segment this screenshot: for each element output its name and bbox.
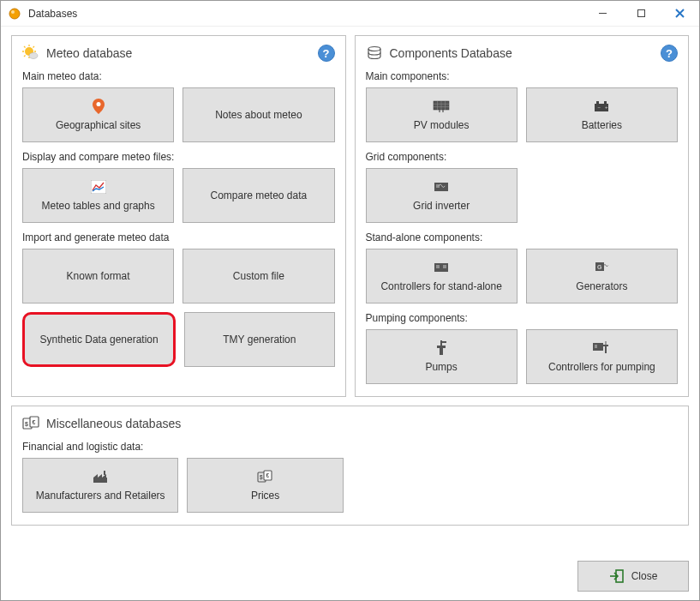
svg-line-13 [24, 56, 26, 57]
misc-panel: $ € Miscellaneous databases Financial an… [11, 406, 689, 526]
button-label: Generators [576, 280, 627, 292]
svg-point-18 [368, 47, 380, 51]
window-title: Databases [28, 8, 77, 20]
button-label: Compare meteo data [211, 189, 308, 201]
meteo-panel: Meteo database ? Main meteo data: Geogra… [11, 35, 346, 397]
price-tag-icon: $ € [257, 469, 274, 484]
svg-rect-44 [440, 340, 442, 346]
battery-icon: −+ [593, 99, 610, 114]
manufacturers-retailers-button[interactable]: Manufacturers and Retailers [22, 458, 178, 513]
help-icon[interactable]: ? [318, 45, 335, 62]
button-label: Notes about meteo [215, 109, 302, 121]
button-label: TMY generation [223, 334, 296, 346]
close-button[interactable]: Close [577, 561, 689, 592]
notes-about-meteo-button[interactable]: Notes about meteo [182, 87, 334, 142]
app-icon [8, 7, 21, 21]
svg-rect-43 [437, 346, 446, 348]
grid-inverter-button[interactable]: Grid inverter [366, 168, 518, 223]
svg-rect-3 [638, 10, 645, 17]
pump-controller-icon [592, 340, 611, 356]
button-label: Batteries [582, 119, 622, 131]
titlebar-controls [583, 1, 699, 26]
close-window-button[interactable] [661, 1, 699, 26]
tmy-generation-button[interactable]: TMY generation [184, 312, 334, 367]
button-label: Known format [67, 270, 130, 282]
section-label: Pumping components: [366, 312, 679, 324]
button-label: Custom file [233, 270, 284, 282]
inverter-icon [433, 179, 450, 195]
pv-modules-button[interactable]: PV modules [366, 87, 518, 142]
svg-point-16 [96, 102, 100, 106]
svg-rect-56 [93, 478, 107, 483]
meteo-panel-title: Meteo database [46, 46, 132, 60]
svg-rect-42 [440, 348, 443, 355]
svg-point-0 [9, 9, 20, 19]
section-label: Grid components: [366, 151, 679, 163]
compare-meteo-data-button[interactable]: Compare meteo data [182, 168, 334, 223]
svg-line-14 [33, 46, 35, 48]
batteries-button[interactable]: −+ Batteries [526, 87, 678, 142]
sun-weather-icon [22, 45, 39, 62]
controller-icon [433, 260, 450, 275]
prices-button[interactable]: $ € Prices [187, 458, 343, 513]
section-label: Display and compare meteo files: [22, 151, 335, 163]
svg-rect-45 [442, 341, 446, 343]
svg-rect-29 [604, 101, 607, 104]
svg-text:+: + [605, 105, 608, 110]
custom-file-button[interactable]: Custom file [182, 249, 334, 304]
section-label: Import and generate meteo data [22, 231, 335, 243]
price-tag-icon: $ € [22, 415, 39, 432]
meteo-tables-graphs-button[interactable]: Meteo tables and graphs [22, 168, 174, 223]
svg-text:€: € [266, 472, 269, 478]
pumps-button[interactable]: Pumps [366, 329, 518, 384]
section-label: Main components: [366, 70, 679, 82]
database-icon [366, 45, 383, 62]
svg-rect-46 [593, 343, 603, 351]
minimize-button[interactable] [583, 1, 622, 26]
button-label: Controllers for stand-alone [380, 280, 501, 292]
generator-icon: G [593, 260, 610, 275]
exit-icon [609, 568, 625, 584]
button-label: Geographical sites [56, 119, 141, 131]
generators-button[interactable]: G Generators [526, 249, 678, 304]
svg-rect-51 [606, 341, 607, 345]
known-format-button[interactable]: Known format [22, 249, 174, 304]
svg-rect-50 [603, 345, 608, 346]
chart-icon [91, 179, 106, 195]
button-label: Prices [251, 490, 279, 502]
misc-panel-title: Miscellaneous databases [46, 417, 181, 430]
solar-panel-icon [433, 99, 450, 114]
svg-rect-28 [596, 101, 599, 104]
controllers-pumping-button[interactable]: Controllers for pumping [526, 329, 678, 384]
svg-marker-57 [93, 474, 98, 478]
factory-icon [93, 469, 108, 484]
button-label: Meteo tables and graphs [42, 200, 155, 212]
svg-text:€: € [33, 419, 36, 425]
section-label: Stand-alone components: [366, 231, 679, 243]
pump-icon [434, 340, 448, 356]
help-icon[interactable]: ? [661, 45, 678, 62]
maximize-button[interactable] [622, 1, 661, 26]
button-label: Manufacturers and Retailers [36, 490, 165, 502]
svg-point-15 [29, 53, 38, 59]
button-label: Synthetic Data generation [40, 334, 159, 346]
svg-rect-49 [605, 346, 607, 353]
synthetic-data-generation-button[interactable]: Synthetic Data generation [22, 312, 176, 367]
components-panel-title: Components Database [390, 46, 512, 60]
button-label: Controllers for pumping [548, 361, 655, 373]
button-label: Pumps [425, 361, 457, 373]
map-pin-icon [93, 99, 105, 114]
button-label: Close [631, 570, 658, 582]
components-panel: Components Database ? Main components: [355, 35, 690, 397]
svg-text:$: $ [25, 421, 28, 428]
controllers-standalone-button[interactable]: Controllers for stand-alone [366, 249, 518, 304]
section-label: Financial and logistic data: [22, 441, 678, 453]
svg-text:−: − [598, 105, 601, 110]
button-label: Grid inverter [413, 200, 470, 212]
titlebar: Databases [1, 1, 699, 27]
svg-text:$: $ [260, 474, 263, 481]
svg-text:G: G [597, 264, 602, 270]
svg-line-11 [24, 46, 26, 48]
svg-marker-58 [98, 474, 102, 478]
geographical-sites-button[interactable]: Geographical sites [22, 87, 174, 142]
